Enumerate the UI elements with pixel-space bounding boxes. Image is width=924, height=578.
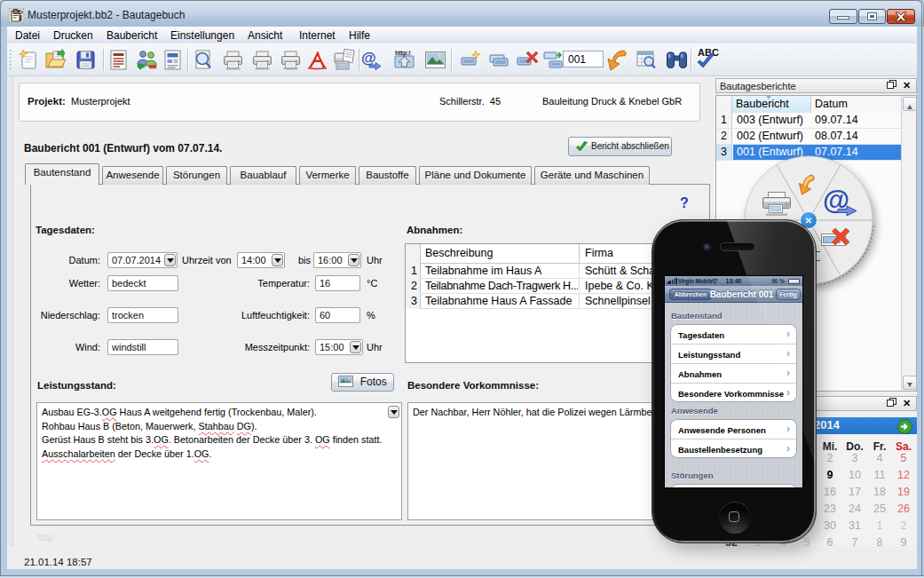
svg-text:http:/: http:/ <box>395 50 411 57</box>
svg-text:@: @ <box>361 50 376 67</box>
